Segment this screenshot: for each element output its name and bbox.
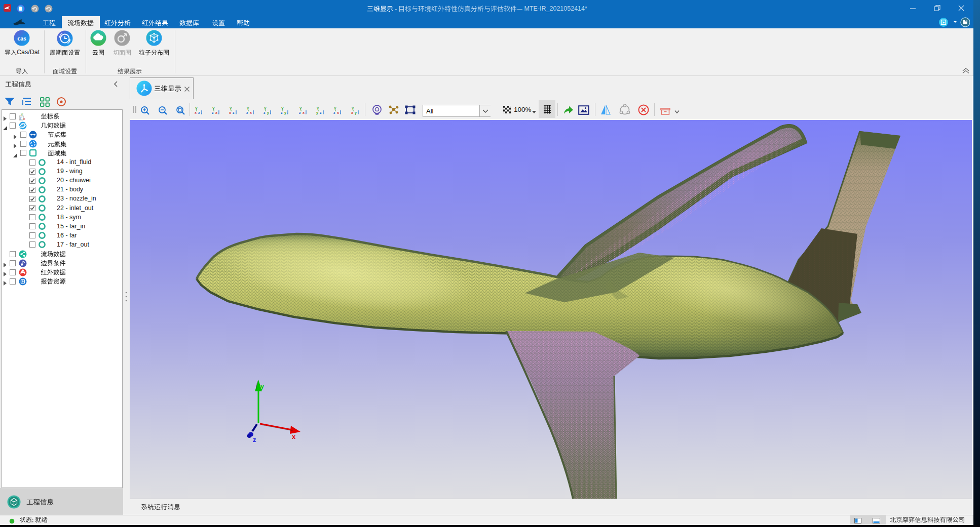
- svg-text:z: z: [233, 111, 235, 114]
- svg-text:y: y: [260, 382, 265, 390]
- svg-text:Y: Y: [352, 107, 354, 110]
- svg-text:x: x: [195, 111, 197, 114]
- svg-text:z: z: [253, 436, 256, 443]
- svg-text:z: z: [20, 116, 22, 120]
- svg-text:x: x: [215, 111, 217, 114]
- svg-text:Y: Y: [195, 107, 198, 110]
- svg-text:z: z: [320, 111, 322, 114]
- svg-text:z: z: [212, 111, 214, 114]
- svg-text:Y: Y: [230, 107, 232, 110]
- svg-text:Y: Y: [212, 107, 215, 110]
- svg-text:Y: Y: [334, 107, 336, 110]
- svg-text:Y: Y: [264, 107, 267, 110]
- svg-text:Y: Y: [281, 107, 284, 110]
- svg-text:z: z: [263, 111, 266, 114]
- svg-text:x: x: [337, 111, 339, 114]
- svg-text:z: z: [333, 111, 335, 114]
- svg-text:y: y: [284, 111, 286, 115]
- svg-text:z: z: [198, 111, 200, 114]
- svg-text:y: y: [355, 111, 357, 115]
- svg-text:Y: Y: [247, 107, 249, 110]
- svg-text:x: x: [303, 111, 305, 114]
- svg-text:Y: Y: [317, 107, 319, 110]
- svg-text:cas: cas: [17, 34, 26, 42]
- svg-text:x: x: [229, 111, 231, 114]
- svg-text:x: x: [250, 111, 252, 114]
- svg-text:z: z: [299, 111, 301, 114]
- svg-text:Y: Y: [299, 107, 302, 110]
- svg-text:z: z: [246, 111, 248, 114]
- svg-text:x: x: [292, 433, 296, 440]
- svg-text:x: x: [351, 111, 353, 114]
- svg-text:y: y: [316, 111, 318, 115]
- svg-text:y: y: [267, 111, 269, 115]
- svg-text:z: z: [281, 111, 283, 114]
- svg-text:x: x: [23, 117, 25, 120]
